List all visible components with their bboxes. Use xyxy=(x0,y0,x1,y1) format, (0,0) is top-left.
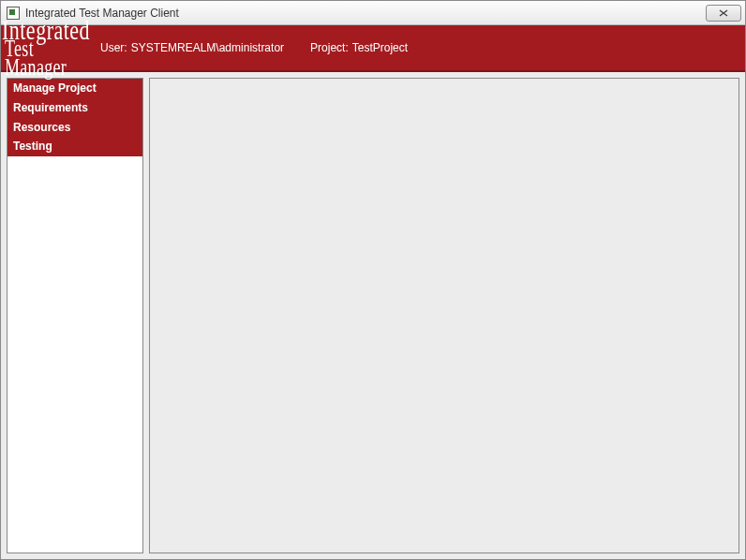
project-status: Project: TestProject xyxy=(310,41,408,54)
window-title: Integrated Test Manager Client xyxy=(25,7,706,20)
project-label: Project: xyxy=(310,41,349,54)
titlebar: Integrated Test Manager Client xyxy=(1,1,745,25)
app-window: Integrated Test Manager Client Integrate… xyxy=(0,0,746,560)
sidebar-item-manage-project[interactable]: Manage Project xyxy=(7,79,142,98)
user-label: User: xyxy=(100,41,127,54)
user-status: User: SYSTEMREALM\administrator xyxy=(100,41,284,54)
sidebar-item-testing[interactable]: Testing xyxy=(7,137,142,156)
logo-line-2: Test Manager xyxy=(5,39,87,78)
body-area: Manage Project Requirements Resources Te… xyxy=(1,72,745,559)
close-icon xyxy=(719,9,728,17)
project-value: TestProject xyxy=(352,41,408,54)
user-value: SYSTEMREALM\administrator xyxy=(131,41,284,54)
header-band: Integrated Test Manager User: SYSTEMREAL… xyxy=(1,25,745,72)
app-logo: Integrated Test Manager xyxy=(1,24,87,71)
close-button[interactable] xyxy=(706,5,741,22)
nav-block: Manage Project Requirements Resources Te… xyxy=(7,79,142,156)
header-status: User: SYSTEMREALM\administrator Project:… xyxy=(100,41,408,54)
content-pane xyxy=(149,78,739,553)
sidebar: Manage Project Requirements Resources Te… xyxy=(7,78,143,553)
sidebar-item-resources[interactable]: Resources xyxy=(7,118,142,138)
sidebar-item-requirements[interactable]: Requirements xyxy=(7,98,142,118)
